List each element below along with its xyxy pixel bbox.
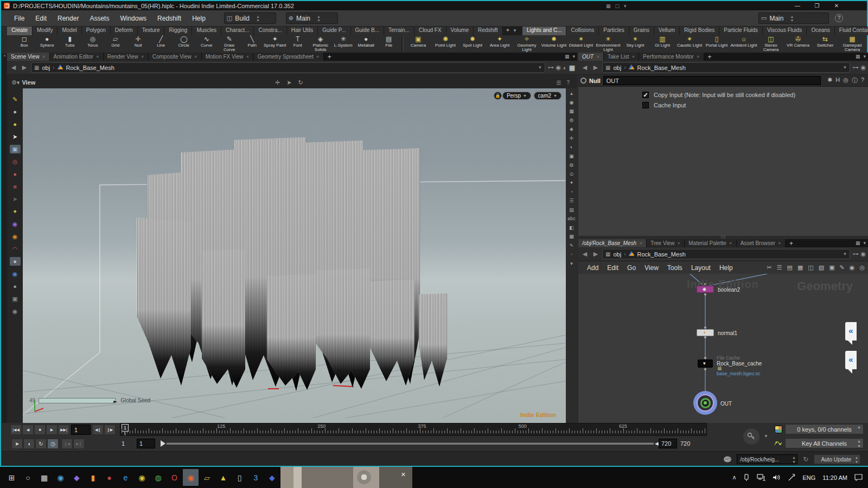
toolbar-icon[interactable]: ☰ (556, 80, 561, 86)
display-option-icon[interactable]: ▩ (569, 234, 574, 239)
toolbar-icon[interactable]: ↻ (298, 79, 303, 86)
title-bar[interactable]: D:/PROJECTS/HOUDINI/Mountains/mountains_… (1, 1, 867, 10)
taskbar-photo-preview[interactable]: ✕ (280, 467, 412, 488)
network-menu-item[interactable]: Tools (663, 264, 687, 272)
playback-toggle[interactable]: ◷ (47, 439, 59, 449)
pane-tab[interactable]: Scene View✕ (7, 53, 50, 61)
shelf-tab[interactable]: Vellum (654, 27, 680, 35)
action-center-icon[interactable] (854, 474, 863, 481)
toolbar-icon[interactable]: ✂ (767, 264, 771, 271)
shelf-tab-menu-icon[interactable]: ▼ (513, 27, 517, 35)
shelf-tool[interactable]: ▥ GI Light (649, 35, 676, 53)
pane-menu-icon[interactable]: ▾ (572, 54, 575, 59)
toolbar-icon[interactable]: ◉ (850, 264, 855, 271)
radial-menu-icon[interactable]: ◐ (563, 65, 567, 71)
shelf-tool[interactable]: ▦ Gamepad Camera (839, 35, 866, 53)
taskbar-app-icon[interactable]: ○ (20, 469, 36, 486)
close-tab-icon[interactable]: ✕ (96, 55, 99, 59)
pane-tab[interactable]: Asset Browser✕ (737, 239, 786, 247)
taskbar-app-icon[interactable]: ▲ (215, 469, 231, 486)
network-icon[interactable] (757, 474, 765, 481)
desktop-build-selector[interactable]: ◫ Build ▲▼ (224, 12, 276, 24)
clock[interactable]: 11:20 AM (822, 474, 847, 481)
menu-item[interactable]: Render (52, 15, 84, 22)
viewport-tool-icon[interactable]: ● (10, 120, 21, 129)
pane-tab[interactable]: Motion FX View✕ (202, 53, 254, 61)
shelf-tab[interactable]: Fluid Contai... (835, 27, 868, 35)
display-option-icon[interactable]: ▤ (569, 207, 574, 213)
shelf-tab[interactable]: Texture (138, 27, 165, 35)
viewport-tool-icon[interactable]: ➤ (10, 132, 21, 141)
viewport-tool-icon[interactable]: ● (10, 170, 21, 178)
taskbar-app-icon[interactable]: ⊞ (4, 469, 20, 486)
shelf-tab[interactable]: Grains (629, 27, 654, 35)
checkbox[interactable] (642, 102, 649, 108)
close-button[interactable]: ✕ (827, 1, 846, 10)
camera-lock-icon[interactable]: 🔒 (494, 92, 502, 100)
close-icon[interactable]: ✕ (401, 471, 406, 478)
checkbox[interactable]: ✓ (642, 92, 649, 98)
playhead-marker[interactable]: 1 (122, 424, 129, 432)
keys-info-button[interactable]: 0 keys, 0/0 channels▲ (785, 424, 864, 434)
shelf-tool[interactable]: ● Metaball (355, 35, 378, 53)
viewport-tool-icon[interactable]: ● (10, 257, 21, 266)
shelf-tool[interactable]: ◻ Box (13, 35, 36, 53)
channel-curves-icon[interactable] (774, 439, 783, 448)
toolbar-icon[interactable]: ➤ (286, 79, 291, 86)
key-options-caret[interactable]: ▼ (764, 434, 768, 439)
radial-menu-icon[interactable]: ◉ (860, 64, 866, 71)
toolbar-icon[interactable]: ◫ (808, 264, 813, 271)
transport-button[interactable]: ■ (34, 425, 46, 435)
menu-item[interactable]: Windows (114, 15, 152, 22)
transport-button[interactable]: ◀❙ (92, 425, 104, 435)
network-menu-item[interactable]: Add (583, 264, 603, 272)
auto-key-button[interactable] (743, 428, 760, 445)
transport-button[interactable]: ▶ (46, 425, 58, 435)
shelf-tab[interactable]: Collisions (566, 27, 599, 35)
display-option-icon[interactable]: ✎ (570, 243, 574, 248)
breadcrumb-caret-icon[interactable]: ▼ (538, 65, 542, 70)
taskbar-app-icon[interactable]: ▯ (232, 469, 247, 486)
pane-tab[interactable]: /obj/Rock_Base_Mesh✕ (578, 239, 647, 247)
viewport-tool-icon[interactable]: ➤ (10, 195, 21, 203)
breadcrumb-caret-icon[interactable]: ▼ (843, 252, 847, 256)
shelf-tab[interactable]: Muscles (192, 27, 221, 35)
taskbar-app-icon[interactable]: ◉ (183, 469, 199, 486)
close-tab-icon[interactable]: ✕ (596, 55, 599, 59)
toolbar-icon[interactable]: ✛ (275, 79, 280, 86)
camera-select-button[interactable]: cam2▼ (534, 92, 561, 100)
pane-layout-icon[interactable]: ▦ (856, 54, 860, 59)
desktop-selector[interactable]: ▭ Main ▲▼ (758, 12, 829, 24)
display-option-icon[interactable]: ⊙ (570, 171, 574, 177)
shelf-tab[interactable]: Oceans (807, 27, 834, 35)
display-option-icon[interactable]: ⚙ (569, 118, 573, 123)
forward-icon[interactable]: ▶ (591, 251, 600, 258)
pin-icon[interactable]: ⊶ (852, 64, 858, 71)
playback-toggle[interactable]: ◖ (23, 439, 35, 449)
network-breadcrumb[interactable]: ▦ obj › Rock_Base_Mesh ▼ (602, 249, 850, 259)
shelf-tool[interactable]: ▤ File (378, 35, 400, 53)
pin-icon[interactable]: ⊶ (852, 251, 858, 258)
network-canvas[interactable]: Indie Edition Geometry boolean2 n (578, 274, 868, 423)
back-icon[interactable]: ◀ (580, 251, 589, 258)
display-option-icon[interactable]: ✦ (570, 180, 574, 185)
close-tab-icon[interactable]: ✕ (194, 55, 197, 59)
shelf-tab[interactable]: Model (58, 27, 81, 35)
shelf-tool[interactable]: ▱ Grid (104, 35, 127, 53)
display-option-icon[interactable]: ▴ (570, 91, 573, 96)
display-option-icon[interactable]: ◧ (569, 225, 574, 230)
shelf-tab[interactable]: Lights and C... (522, 27, 566, 35)
desktop-spinner[interactable]: ▲▼ (790, 15, 794, 22)
view-mode-button[interactable]: Persp▼ (502, 92, 531, 100)
add-pane-tab-button[interactable]: + (704, 53, 716, 61)
pane-layout-icon[interactable]: ▦ (856, 240, 860, 246)
pane-tab[interactable]: Take List✕ (604, 53, 639, 61)
shelf-tool[interactable]: T Font (286, 35, 309, 53)
breadcrumb-node[interactable]: Rock_Base_Mesh (66, 65, 114, 71)
playback-toggle[interactable]: ➤ (11, 439, 23, 449)
pane-tab[interactable]: Animation Editor✕ (50, 53, 104, 61)
menu-item[interactable]: File (9, 15, 30, 22)
viewport-tool-icon[interactable]: ◉ (10, 269, 21, 278)
hidden-icons-chevron[interactable]: ∧ (732, 474, 736, 481)
param-header-icon[interactable]: ◎ (843, 76, 848, 85)
